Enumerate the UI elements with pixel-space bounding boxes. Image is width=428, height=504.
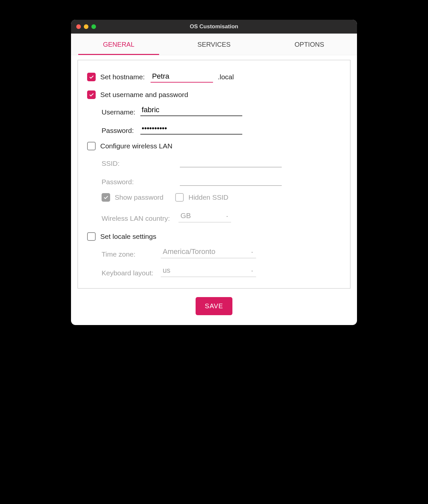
hidden-ssid-checkbox[interactable] <box>175 193 184 202</box>
general-panel: Set hostname: .local Set username and pa… <box>78 60 350 289</box>
chevron-down-icon <box>250 268 254 272</box>
close-icon[interactable] <box>76 24 81 29</box>
hostname-label: Set hostname: <box>100 73 145 81</box>
hostname-input[interactable] <box>151 71 213 83</box>
timezone-value: America/Toronto <box>163 247 245 256</box>
wifi-password-label: Password: <box>102 178 140 186</box>
tab-options[interactable]: OPTIONS <box>262 34 357 55</box>
maximize-icon[interactable] <box>91 24 96 29</box>
locale-subblock: Time zone: America/Toronto Keyboard layo… <box>102 247 341 277</box>
userpass-row: Set username and password <box>87 90 341 99</box>
ssid-label: SSID: <box>102 160 140 167</box>
ssid-input[interactable] <box>180 156 282 167</box>
tab-services[interactable]: SERVICES <box>166 34 262 55</box>
show-password-checkbox[interactable] <box>102 193 110 202</box>
keyboard-label: Keyboard layout: <box>102 269 161 277</box>
chevron-down-icon <box>225 214 229 218</box>
hostname-checkbox[interactable] <box>87 73 96 81</box>
wifi-checkbox[interactable] <box>87 142 96 150</box>
locale-row: Set locale settings <box>87 232 341 241</box>
userpass-checkbox[interactable] <box>87 90 96 99</box>
wifi-subblock: SSID: Password: Show password Hidden SSI… <box>102 156 341 222</box>
password-input[interactable] <box>140 123 242 135</box>
userpass-label: Set username and password <box>100 91 188 99</box>
hostname-row: Set hostname: .local <box>87 71 341 83</box>
chevron-down-icon <box>250 250 254 254</box>
timezone-label: Time zone: <box>102 250 161 258</box>
wifi-options-row: Show password Hidden SSID <box>102 193 341 202</box>
wifi-country-label: Wireless LAN country: <box>102 214 178 222</box>
window-title: OS Customisation <box>76 23 352 30</box>
userpass-subblock: Username: Password: <box>102 105 341 135</box>
hostname-suffix: .local <box>218 73 234 81</box>
username-label: Username: <box>102 108 140 116</box>
tab-general[interactable]: GENERAL <box>71 34 166 55</box>
wifi-password-input[interactable] <box>180 175 282 186</box>
locale-checkbox[interactable] <box>87 232 96 241</box>
titlebar: OS Customisation <box>71 20 357 34</box>
wifi-label: Configure wireless LAN <box>100 142 172 150</box>
traffic-lights <box>76 24 96 29</box>
save-button[interactable]: SAVE <box>196 297 232 315</box>
minimize-icon[interactable] <box>84 24 88 29</box>
show-password-label: Show password <box>115 193 163 201</box>
wifi-row: Configure wireless LAN <box>87 142 341 150</box>
username-input[interactable] <box>140 105 242 116</box>
locale-label: Set locale settings <box>100 233 156 240</box>
keyboard-select[interactable]: us <box>161 265 256 277</box>
os-customisation-window: OS Customisation GENERAL SERVICES OPTION… <box>71 20 357 325</box>
footer: SAVE <box>71 289 357 325</box>
wifi-country-value: GB <box>180 212 220 220</box>
tabbar: GENERAL SERVICES OPTIONS <box>71 34 357 55</box>
timezone-select[interactable]: America/Toronto <box>161 247 256 258</box>
keyboard-value: us <box>163 266 245 275</box>
hidden-ssid-label: Hidden SSID <box>188 193 228 201</box>
password-label: Password: <box>102 127 140 135</box>
wifi-country-select[interactable]: GB <box>178 211 231 222</box>
